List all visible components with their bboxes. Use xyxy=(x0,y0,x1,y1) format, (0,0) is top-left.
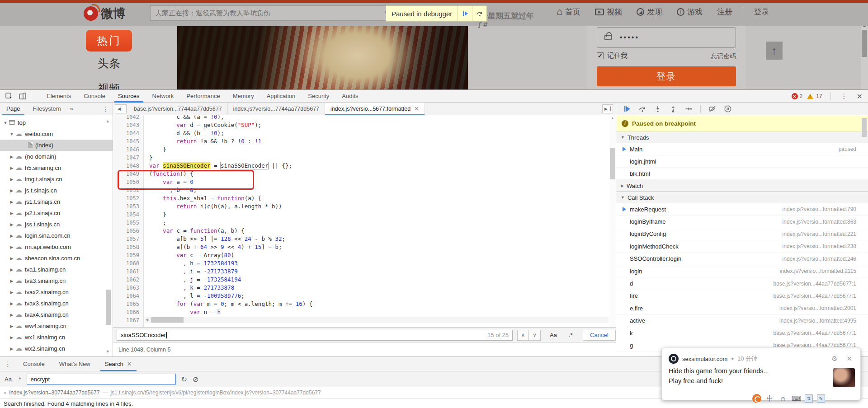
stack-frame-makeRequest[interactable]: makeRequestindex.js?versio...formatted:7… xyxy=(616,203,868,216)
emoji-icon[interactable]: ☺ xyxy=(778,395,788,403)
tree-item-login.sina.com.cn[interactable]: ▶☁login.sina.com.cn xyxy=(0,230,113,241)
tree-item-js1.t.sinajs.cn[interactable]: ▶☁js1.t.sinajs.cn xyxy=(0,196,113,207)
ad-text-line2[interactable]: Play free and fuck! xyxy=(669,377,723,385)
close-icon[interactable]: ✕ xyxy=(844,355,855,363)
stack-frame-loginMethodCheck[interactable]: loginMethodCheckindex.js?versio...format… xyxy=(616,240,868,253)
editor-vertical-scrollbar[interactable]: ▲ xyxy=(609,115,616,327)
stack-frame-login[interactable]: loginindex.js?versio...formatted:2115 xyxy=(616,265,868,277)
match-case-toggle[interactable]: Aa xyxy=(547,331,560,339)
sidebar-scrollbar[interactable] xyxy=(862,116,867,356)
page-scrollbar-thumb[interactable] xyxy=(862,30,867,57)
keyboard-icon[interactable]: ⌨ xyxy=(792,394,801,403)
chevron-right-icon[interactable]: ▶ xyxy=(9,313,14,317)
topnav-item-register[interactable]: 注册 xyxy=(713,7,736,17)
tree-item-tva1.sinaimg.cn[interactable]: ▶☁tva1.sinaimg.cn xyxy=(0,264,113,275)
chevron-right-icon[interactable]: ▶ xyxy=(9,335,14,340)
chevron-right-icon[interactable]: ▶ xyxy=(9,188,14,193)
refresh-search-icon[interactable]: ↻ xyxy=(181,375,187,384)
devtools-close-icon[interactable]: ✕ xyxy=(854,92,865,101)
thread-row-loginjhtml[interactable]: login.jhtml xyxy=(616,155,868,168)
chevron-right-icon[interactable]: ▶ xyxy=(9,155,14,159)
tab-application[interactable]: Application xyxy=(260,90,302,103)
feed-photo-topic[interactable] xyxy=(472,22,551,89)
topnav-item-discover[interactable]: ◢发现 xyxy=(632,7,666,17)
line-number[interactable]: 1048 xyxy=(113,162,144,170)
ad-thumbnail-image[interactable] xyxy=(833,368,855,387)
drawer-menu-icon[interactable]: ⋮ xyxy=(0,360,16,368)
stack-frame-active[interactable]: activeindex.js?versio...formatted:4995 xyxy=(616,315,868,327)
sidebar-scrollbar-thumb[interactable] xyxy=(862,118,867,137)
pause-on-exceptions-icon[interactable] xyxy=(724,105,731,113)
tab-performance[interactable]: Performance xyxy=(180,90,226,103)
sidebar-item-hot[interactable]: 热门 xyxy=(86,30,132,52)
inspect-element-icon[interactable] xyxy=(5,92,14,101)
chevron-right-icon[interactable]: ▶ xyxy=(9,267,14,272)
chevron-right-icon[interactable]: ▶ xyxy=(9,222,14,227)
tree-item-wx1.sinaimg.cn[interactable]: ▶☁wx1.sinaimg.cn xyxy=(0,332,113,343)
line-number[interactable]: 1058 xyxy=(113,243,144,251)
tree-item-tva3.sinaimg.cn[interactable]: ▶☁tva3.sinaimg.cn xyxy=(0,275,113,286)
tree-item-weibo.com[interactable]: ▼☁weibo.com xyxy=(0,128,113,140)
stack-frame-loginByConfig[interactable]: loginByConfigindex.js?versio...formatted… xyxy=(616,228,868,240)
chevron-right-icon[interactable]: ▶ xyxy=(9,279,14,283)
tab-network[interactable]: Network xyxy=(146,90,180,103)
ime-language-icon[interactable]: 中 xyxy=(765,394,774,403)
editor-horizontal-scrollbar[interactable]: ◀ xyxy=(145,317,609,323)
chevron-right-icon[interactable]: ▶ xyxy=(9,256,14,261)
chevron-right-icon[interactable]: ▶ xyxy=(9,177,14,182)
tab-security[interactable]: Security xyxy=(302,90,335,103)
drawer-tab-whatsnew[interactable]: What's New xyxy=(52,357,98,371)
line-number[interactable]: 1053 xyxy=(113,202,144,211)
chevron-right-icon[interactable]: ▶ xyxy=(9,211,14,216)
topnav-item-game[interactable]: ✛游戏 xyxy=(673,7,707,17)
tree-item-h5.sinaimg.cn[interactable]: ▶☁h5.sinaimg.cn xyxy=(0,162,113,174)
step-into-icon[interactable] xyxy=(654,105,661,113)
ime-logo-icon[interactable] xyxy=(752,394,761,403)
tab-memory[interactable]: Memory xyxy=(226,90,260,103)
code-viewport[interactable]: 1042 c && (a = !0),1043 var d = getCooki… xyxy=(113,115,609,327)
line-number[interactable]: 1054 xyxy=(113,211,144,219)
chevron-down-icon[interactable]: ▼ xyxy=(3,121,8,125)
line-number[interactable]: 1062 xyxy=(113,276,144,284)
tree-item-tvax4.sinaimg.cn[interactable]: ▶☁tvax4.sinaimg.cn xyxy=(0,309,113,320)
regex-toggle[interactable]: .* xyxy=(566,331,576,339)
navigator-tab-page[interactable]: Page xyxy=(0,103,26,115)
close-tab-icon[interactable]: ✕ xyxy=(414,105,419,112)
tree-item-js.t.sinajs.cn[interactable]: ▶☁js.t.sinajs.cn xyxy=(0,185,113,196)
device-toolbar-icon[interactable] xyxy=(18,92,27,101)
scroll-up-icon[interactable]: ▲ xyxy=(611,116,614,120)
ad-domain[interactable]: sexsimulator.com xyxy=(682,356,727,362)
line-number[interactable]: 1052 xyxy=(113,194,144,202)
v-scrollbar-thumb[interactable] xyxy=(610,148,615,179)
step-icon[interactable] xyxy=(685,105,692,113)
tree-item-wx2.sinaimg.cn[interactable]: ▶☁wx2.sinaimg.cn xyxy=(0,343,113,354)
step-out-icon[interactable] xyxy=(670,105,677,113)
line-number[interactable]: 1066 xyxy=(113,308,144,316)
drawer-tab-console[interactable]: Console xyxy=(16,357,52,371)
close-tab-icon[interactable]: ✕ xyxy=(127,361,132,367)
chevron-right-icon[interactable]: ▶ xyxy=(9,347,14,351)
tree-item-tvax3.sinaimg.cn[interactable]: ▶☁tvax3.sinaimg.cn xyxy=(0,298,113,309)
line-number[interactable]: 1060 xyxy=(113,259,144,267)
sidebar-item-clipped[interactable]: 视频 xyxy=(86,81,132,89)
password-field[interactable]: ••••• xyxy=(597,27,736,48)
stack-frame-loginByIframe[interactable]: loginByIframeindex.js?versio...formatted… xyxy=(616,216,868,228)
topnav-item-video[interactable]: ▶视频 xyxy=(591,7,626,17)
line-number[interactable]: 1043 xyxy=(113,121,144,129)
chevron-right-icon[interactable]: ▶ xyxy=(9,324,14,328)
tab-audits[interactable]: Audits xyxy=(335,90,364,103)
h-scrollbar-thumb[interactable] xyxy=(151,317,184,323)
chevron-right-icon[interactable]: ▶ xyxy=(9,301,14,306)
line-number[interactable]: 1057 xyxy=(113,235,144,243)
step-over-icon[interactable] xyxy=(639,105,646,113)
badge-step-over-button[interactable] xyxy=(472,6,486,21)
find-next-button[interactable]: ∨ xyxy=(529,330,541,341)
remember-me-checkbox[interactable]: ✓ xyxy=(597,52,604,59)
file-tab-2[interactable]: index.js?versio...5677:formatted✕ xyxy=(325,103,425,115)
line-number[interactable]: 1055 xyxy=(113,219,144,227)
chevron-right-icon[interactable]: ▶ xyxy=(9,290,14,295)
clear-search-icon[interactable]: ⊘ xyxy=(193,375,198,384)
line-number[interactable]: 1064 xyxy=(113,292,144,300)
login-submit-button[interactable]: 登录 xyxy=(597,66,736,86)
line-number[interactable]: 1065 xyxy=(113,300,144,308)
